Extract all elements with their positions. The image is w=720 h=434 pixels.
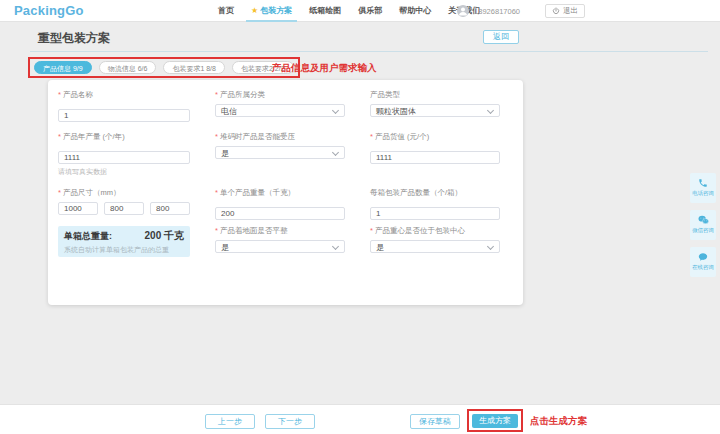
center-gravity-select[interactable]: 是 bbox=[370, 240, 500, 253]
field-unit-weight: 单个产品重量（千克） bbox=[215, 188, 345, 226]
chevron-down-icon bbox=[332, 107, 339, 114]
product-type-select[interactable]: 颗粒状固体 bbox=[370, 104, 500, 117]
stack-pressure-select[interactable]: 是 bbox=[215, 146, 345, 159]
field-label: 堆码时产品是否能受压 bbox=[215, 132, 345, 142]
unit-weight-input[interactable] bbox=[215, 207, 345, 220]
nav-item-carton-drawing[interactable]: 纸箱绘图 bbox=[309, 0, 341, 22]
select-value: 电信 bbox=[221, 107, 237, 116]
select-value: 是 bbox=[221, 243, 229, 252]
chevron-down-icon bbox=[332, 149, 339, 156]
wechat-icon bbox=[698, 215, 709, 225]
chevron-down-icon bbox=[487, 243, 494, 250]
next-step-button[interactable]: 下一步 bbox=[265, 414, 315, 429]
top-header: PackingGo 首页 ★包装方案 纸箱绘图 俱乐部 帮助中心 关于我们 18… bbox=[0, 0, 720, 22]
consult-label: 微信咨询 bbox=[692, 226, 714, 234]
field-qty-per-box: 每箱包装产品数量（个/箱） bbox=[370, 188, 500, 226]
select-value: 颗粒状固体 bbox=[376, 107, 416, 116]
nav-label: 纸箱绘图 bbox=[309, 6, 341, 15]
nav-label: 包装方案 bbox=[260, 6, 292, 15]
chevron-down-icon bbox=[487, 107, 494, 114]
field-product-name: 产品名称 bbox=[58, 90, 190, 132]
field-unit-value: 产品货值 (元/个) bbox=[370, 132, 500, 188]
ground-flat-select[interactable]: 是 bbox=[215, 240, 345, 253]
field-label: 单个产品重量（千克） bbox=[215, 188, 345, 198]
app-logo[interactable]: PackingGo bbox=[14, 3, 84, 18]
phone-consult-button[interactable]: 电话咨询 bbox=[690, 173, 716, 203]
nav-label: 帮助中心 bbox=[399, 6, 431, 15]
field-label: 产品所属分类 bbox=[215, 90, 345, 100]
tabs-annotation-box: 产品信息 9/9 物流信息 6/6 包装要求1 8/8 包装要求2 2/2 bbox=[28, 57, 300, 78]
nav-item-packing-solution[interactable]: ★包装方案 bbox=[251, 0, 292, 22]
tab-product-info[interactable]: 产品信息 9/9 bbox=[34, 61, 92, 74]
product-name-input[interactable] bbox=[58, 109, 190, 122]
logout-icon bbox=[552, 7, 560, 15]
phone-icon bbox=[698, 178, 708, 188]
generate-annotation-box: 生成方案 bbox=[467, 409, 523, 432]
field-product-size: 产品尺寸（mm） bbox=[58, 188, 190, 226]
field-label: 产品重心是否位于包装中心 bbox=[370, 226, 500, 236]
nav-item-help-center[interactable]: 帮助中心 bbox=[399, 0, 431, 22]
main-nav: 首页 ★包装方案 纸箱绘图 俱乐部 帮助中心 关于我们 bbox=[218, 0, 480, 22]
unit-value-input[interactable] bbox=[370, 151, 500, 164]
wechat-consult-button[interactable]: 微信咨询 bbox=[690, 210, 716, 240]
user-avatar[interactable] bbox=[457, 5, 469, 17]
field-label: 产品名称 bbox=[58, 90, 190, 100]
field-ground-flat: 产品着地面是否平整 是 bbox=[215, 226, 345, 257]
star-icon: ★ bbox=[251, 6, 258, 15]
select-value: 是 bbox=[221, 149, 229, 158]
size-width-input[interactable] bbox=[104, 202, 144, 215]
field-label: 每箱包装产品数量（个/箱） bbox=[370, 188, 500, 198]
generate-annotation-text: 点击生成方案 bbox=[530, 415, 587, 428]
field-label: 产品类型 bbox=[370, 90, 500, 100]
field-product-category: 产品所属分类 电信 bbox=[215, 90, 345, 132]
user-phone: 18926817060 bbox=[474, 7, 520, 16]
chat-icon bbox=[698, 252, 708, 262]
total-weight-info-box: 单箱总重量: 200 千克 系统自动计算单箱包装产品的总重 bbox=[58, 226, 190, 257]
save-draft-button[interactable]: 保存草稿 bbox=[410, 414, 460, 429]
field-label: 产品尺寸（mm） bbox=[58, 188, 190, 198]
nav-item-home[interactable]: 首页 bbox=[218, 0, 234, 22]
consult-label: 在线咨询 bbox=[692, 263, 714, 271]
field-label: 产品着地面是否平整 bbox=[215, 226, 345, 236]
generate-plan-button[interactable]: 生成方案 bbox=[472, 414, 518, 428]
total-weight-hint: 系统自动计算单箱包装产品的总重 bbox=[64, 245, 184, 255]
tab-logistics-info[interactable]: 物流信息 6/6 bbox=[99, 61, 157, 74]
logout-label: 退出 bbox=[563, 6, 578, 16]
page-title: 重型包装方案 bbox=[38, 30, 110, 47]
consult-widget: 电话咨询 微信咨询 在线咨询 bbox=[690, 173, 716, 277]
person-icon bbox=[457, 5, 469, 17]
nav-item-club[interactable]: 俱乐部 bbox=[358, 0, 382, 22]
nav-label: 俱乐部 bbox=[358, 6, 382, 15]
qty-per-box-input[interactable] bbox=[370, 207, 500, 220]
logout-button[interactable]: 退出 bbox=[545, 4, 585, 18]
product-category-select[interactable]: 电信 bbox=[215, 104, 345, 117]
chevron-down-icon bbox=[332, 243, 339, 250]
field-center-gravity: 产品重心是否位于包装中心 是 bbox=[370, 226, 500, 257]
size-height-input[interactable] bbox=[150, 202, 190, 215]
back-button[interactable]: 返回 bbox=[483, 30, 519, 44]
title-divider bbox=[30, 51, 708, 52]
field-hint: 请填写真实数据 bbox=[58, 167, 190, 177]
prev-step-button[interactable]: 上一步 bbox=[205, 414, 255, 429]
field-stack-pressure: 堆码时产品是否能受压 是 bbox=[215, 132, 345, 188]
select-value: 是 bbox=[376, 243, 384, 252]
bottom-action-bar: 上一步 下一步 保存草稿 生成方案 点击生成方案 bbox=[0, 404, 720, 434]
field-total-weight: 单箱总重量: 200 千克 系统自动计算单箱包装产品的总重 bbox=[58, 226, 190, 257]
total-weight-value: 200 千克 bbox=[145, 229, 184, 243]
tabs-annotation-text: 产品信息及用户需求输入 bbox=[272, 62, 377, 75]
annual-output-input[interactable] bbox=[58, 151, 190, 164]
nav-label: 首页 bbox=[218, 6, 234, 15]
product-info-form-card: 产品名称 产品所属分类 电信 产品类型 颗粒状固体 产品年产量 (个/年) 请填… bbox=[48, 80, 523, 305]
field-label: 产品年产量 (个/年) bbox=[58, 132, 190, 142]
consult-label: 电话咨询 bbox=[692, 189, 714, 197]
tab-packing-req-1[interactable]: 包装要求1 8/8 bbox=[163, 61, 225, 74]
total-weight-label: 单箱总重量: bbox=[64, 230, 112, 243]
field-product-type: 产品类型 颗粒状固体 bbox=[370, 90, 500, 132]
field-label: 产品货值 (元/个) bbox=[370, 132, 500, 142]
field-annual-output: 产品年产量 (个/年) 请填写真实数据 bbox=[58, 132, 190, 188]
online-consult-button[interactable]: 在线咨询 bbox=[690, 247, 716, 277]
user-info: 18926817060 bbox=[457, 0, 520, 22]
size-length-input[interactable] bbox=[58, 202, 98, 215]
